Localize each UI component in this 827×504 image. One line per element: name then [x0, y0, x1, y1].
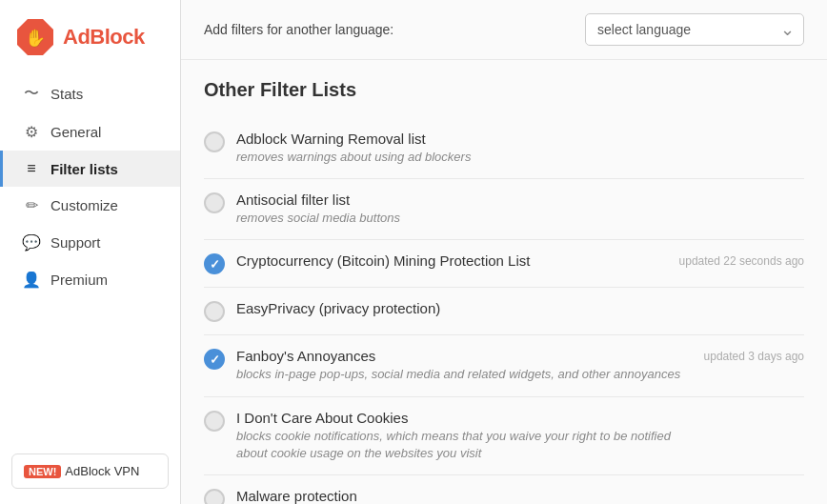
filter-meta: updated 3 days ago [699, 350, 804, 363]
sidebar: ✋ AdBlock 〜 Stats ⚙ General ≡ Filter lis… [0, 0, 181, 504]
top-bar: Add filters for another language: select… [181, 0, 827, 60]
add-filters-label: Add filters for another language: [204, 22, 393, 37]
sidebar-item-customize[interactable]: ✏ Customize [0, 187, 180, 224]
vpn-banner-text: AdBlock VPN [65, 464, 139, 478]
checkmark-icon: ✓ [210, 353, 220, 366]
vpn-banner[interactable]: NEW!AdBlock VPN [11, 454, 169, 489]
sidebar-item-label: General [50, 124, 101, 140]
sidebar-item-filter-lists[interactable]: ≡ Filter lists [0, 151, 180, 187]
filter-desc: removes social media buttons [236, 210, 688, 227]
sidebar-item-label: Stats [50, 86, 83, 102]
filter-name: I Don't Care About Cookies [236, 410, 688, 426]
list-item: EasyPrivacy (privacy protection) [204, 288, 804, 335]
filter-checkbox-adblock-warning[interactable] [204, 131, 225, 152]
language-select[interactable]: select language German French Spanish Po… [585, 13, 804, 46]
sidebar-item-label: Support [50, 234, 101, 251]
chat-icon: 💬 [22, 233, 41, 252]
sidebar-item-stats[interactable]: 〜 Stats [0, 74, 180, 113]
list-item: Malware protection [204, 475, 804, 504]
list-icon: ≡ [22, 160, 41, 177]
filter-info: Adblock Warning Removal list removes war… [236, 131, 688, 166]
checkmark-icon: ✓ [210, 258, 220, 271]
filter-checkbox-cookies[interactable] [204, 411, 225, 432]
vpn-new-badge: NEW! [24, 465, 61, 478]
filter-info: EasyPrivacy (privacy protection) [236, 300, 688, 318]
sidebar-item-general[interactable]: ⚙ General [0, 113, 180, 151]
filter-info: Antisocial filter list removes social me… [236, 192, 688, 227]
filter-info: Fanboy's Annoyances blocks in-page pop-u… [236, 348, 688, 383]
section-title: Other Filter Lists [204, 79, 804, 101]
sidebar-item-support[interactable]: 💬 Support [0, 224, 180, 261]
filter-info: Malware protection [236, 488, 688, 504]
filter-checkbox-crypto-mining[interactable]: ✓ [204, 253, 225, 274]
logo-area: ✋ AdBlock [0, 0, 180, 74]
user-icon: 👤 [22, 271, 41, 289]
logo-text: AdBlock [63, 25, 145, 50]
sidebar-item-premium[interactable]: 👤 Premium [0, 261, 180, 298]
pencil-icon: ✏ [22, 196, 41, 214]
sidebar-item-label: Customize [50, 197, 118, 213]
filter-checkbox-easyprivacy[interactable] [204, 301, 225, 322]
filter-name: Fanboy's Annoyances [236, 348, 688, 364]
list-item: I Don't Care About Cookies blocks cookie… [204, 397, 804, 475]
filter-info: I Don't Care About Cookies blocks cookie… [236, 410, 688, 462]
content-area: Other Filter Lists Adblock Warning Remov… [181, 60, 827, 504]
filter-info: Cryptocurrency (Bitcoin) Mining Protecti… [236, 252, 668, 271]
filter-list: Adblock Warning Removal list removes war… [204, 118, 804, 504]
gear-icon: ⚙ [22, 123, 41, 141]
filter-meta: updated 22 seconds ago [679, 254, 804, 268]
sidebar-item-label: Filter lists [50, 161, 118, 177]
filter-checkbox-fanboy[interactable]: ✓ [204, 349, 225, 370]
adblock-logo-icon: ✋ [15, 17, 55, 57]
filter-checkbox-malware[interactable] [204, 489, 225, 504]
list-item: Adblock Warning Removal list removes war… [204, 118, 804, 179]
filter-name: Adblock Warning Removal list [236, 131, 688, 147]
nav-list: 〜 Stats ⚙ General ≡ Filter lists ✏ Custo… [0, 74, 180, 438]
filter-name: Cryptocurrency (Bitcoin) Mining Protecti… [236, 252, 668, 269]
main-content: Add filters for another language: select… [181, 0, 827, 504]
stats-icon: 〜 [22, 84, 41, 104]
sidebar-item-label: Premium [50, 272, 108, 288]
filter-desc: removes warnings about using ad blockers [236, 149, 688, 166]
filter-name: Antisocial filter list [236, 192, 688, 208]
filter-checkbox-antisocial[interactable] [204, 192, 225, 213]
list-item: ✓ Fanboy's Annoyances blocks in-page pop… [204, 335, 804, 396]
filter-desc: blocks cookie notifications, which means… [236, 428, 688, 462]
filter-desc: blocks in-page pop-ups, social media and… [236, 366, 688, 383]
language-select-wrapper: select language German French Spanish Po… [585, 13, 804, 46]
list-item: ✓ Cryptocurrency (Bitcoin) Mining Protec… [204, 240, 804, 288]
list-item: Antisocial filter list removes social me… [204, 179, 804, 240]
svg-text:✋: ✋ [25, 28, 47, 49]
filter-name: Malware protection [236, 488, 688, 504]
filter-name: EasyPrivacy (privacy protection) [236, 300, 688, 316]
